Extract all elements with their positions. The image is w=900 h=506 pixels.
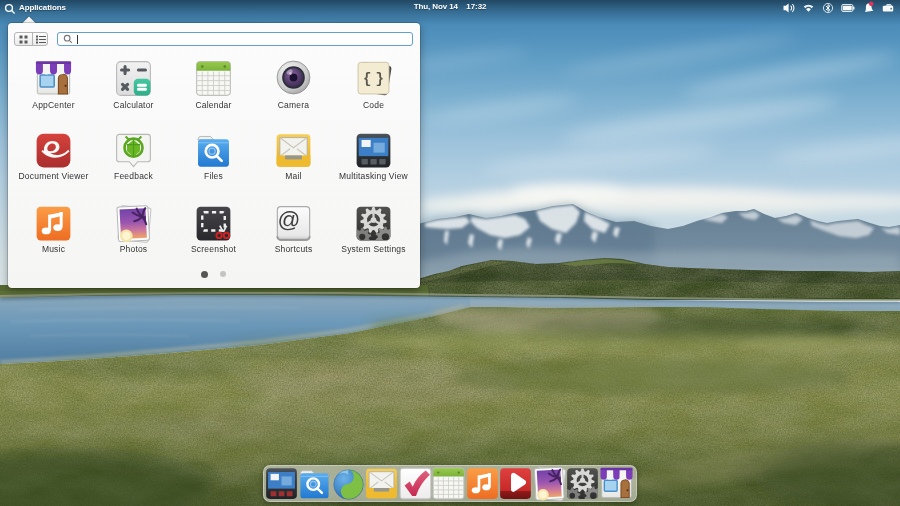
svg-text:@: @ <box>278 206 301 231</box>
svg-text:{: { <box>363 71 371 87</box>
svg-text:}: } <box>376 71 384 87</box>
